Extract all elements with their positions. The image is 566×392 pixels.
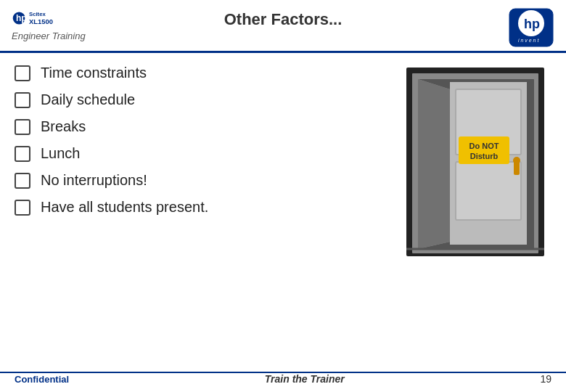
svg-text:Do NOT: Do NOT: [469, 142, 499, 150]
bullet-checkbox: [15, 146, 30, 162]
content-area: Time constraints Daily schedule Breaks L…: [0, 53, 566, 226]
hp-invent-logo: hp i n v e n t: [508, 7, 554, 48]
footer-center-title: Train the Trainer: [265, 373, 345, 385]
bullet-checkbox: [15, 65, 30, 81]
bullet-text-2: Daily schedule: [41, 91, 135, 108]
footer: Confidential Train the Trainer 19: [0, 372, 566, 385]
header: hp Scitex XL1500 Engineer Training Other…: [0, 0, 566, 48]
bullet-checkbox: [15, 173, 30, 189]
bullet-text-1: Time constraints: [41, 65, 147, 81]
door-illustration: Do NOT Disturb: [406, 68, 544, 256]
svg-text:hp: hp: [524, 17, 540, 31]
svg-rect-15: [456, 162, 521, 220]
hp-scitex-logo: hp Scitex XL1500: [12, 7, 99, 29]
logo-area: hp Scitex XL1500 Engineer Training: [12, 7, 99, 41]
svg-point-17: [513, 157, 520, 164]
bullet-checkbox: [15, 119, 30, 135]
engineer-training-label: Engineer Training: [12, 30, 86, 41]
svg-text:i n v e n t: i n v e n t: [518, 38, 539, 43]
page-title: Other Factors...: [224, 10, 343, 29]
bullet-text-5: No interruptions!: [41, 172, 147, 189]
footer-confidential: Confidential: [15, 374, 69, 385]
svg-text:Disturb: Disturb: [470, 152, 499, 160]
bullet-checkbox: [15, 200, 30, 216]
bullet-text-3: Breaks: [41, 118, 86, 135]
svg-text:XL1500: XL1500: [29, 17, 53, 25]
svg-marker-21: [418, 79, 450, 249]
svg-text:hp: hp: [16, 13, 27, 23]
bullet-text-4: Lunch: [41, 145, 81, 162]
bullet-text-6: Have all students present.: [41, 199, 208, 216]
bullet-checkbox: [15, 92, 30, 108]
footer-page-number: 19: [540, 373, 551, 385]
